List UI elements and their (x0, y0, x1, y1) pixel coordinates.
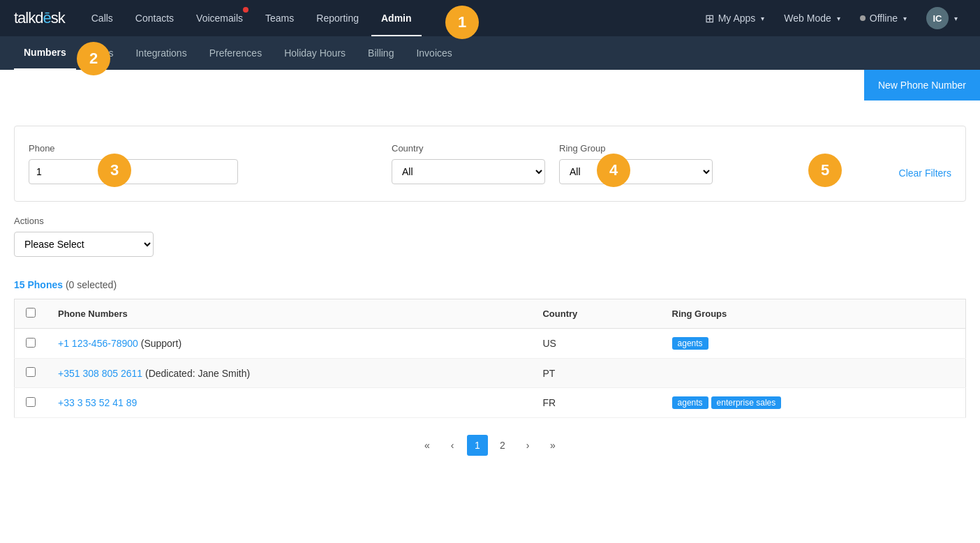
col-phone-numbers: Phone Numbers (47, 299, 531, 329)
badge-5: 5 (808, 154, 842, 187)
sub-nav: Numbers Roles Integrations Preferences H… (0, 36, 980, 70)
chevron-down-icon: ▾ (954, 15, 958, 22)
phone-number-link[interactable]: +351 308 805 2611 (58, 368, 142, 379)
country-filter-group: Country All US PT FR (392, 143, 545, 184)
actions-select[interactable]: Please Select Delete Assign Ring Group (14, 232, 154, 257)
badge-3: 3 (98, 154, 131, 187)
subnav-integrations[interactable]: Integrations (126, 36, 196, 70)
nav-voicemails[interactable]: Voicemails (186, 0, 253, 36)
phone-filter-label: Phone (29, 143, 238, 154)
ring-group-filter-label: Ring Group (559, 143, 713, 154)
nav-avatar[interactable]: IC ▾ (918, 0, 966, 36)
phones-table: Phone Numbers Country Ring Groups +1 123… (14, 299, 966, 418)
subnav-numbers[interactable]: Numbers (14, 36, 76, 70)
pagination-page-2[interactable]: 2 (492, 435, 513, 456)
nav-reporting[interactable]: Reporting (306, 0, 369, 36)
ring-group-badge: agents (672, 337, 708, 350)
logo[interactable]: talkdēsk (14, 9, 65, 27)
phone-count-number: 15 Phones (14, 279, 63, 290)
top-nav: talkdēsk Calls Contacts Voicemails Teams… (0, 0, 980, 36)
ring-group-badge: enterprise sales (711, 396, 782, 409)
badge-2: 2 (77, 42, 110, 75)
ring-group-filter-group: Ring Group All agents enterprise sales (559, 143, 713, 184)
table-body: +1 123-456-78900 (Support)USagents+351 3… (15, 329, 966, 418)
chevron-down-icon: ▾ (761, 15, 764, 22)
chevron-down-icon: ▾ (903, 15, 907, 22)
pagination-first[interactable]: « (417, 435, 438, 456)
nav-my-apps[interactable]: ⊞ My Apps ▾ (697, 0, 773, 36)
col-country: Country (531, 299, 660, 329)
table-row: +351 308 805 2611 (Dedicated: Jane Smith… (15, 359, 966, 388)
voicemail-badge (243, 7, 248, 13)
actions-label: Actions (14, 216, 966, 226)
subnav-invoices[interactable]: Invoices (406, 36, 461, 70)
clear-filters-link[interactable]: Clear Filters (899, 168, 951, 184)
table-row: +1 123-456-78900 (Support)USagents (15, 329, 966, 359)
actions-section: Actions Please Select Delete Assign Ring… (14, 216, 966, 268)
status-dot-icon (860, 15, 866, 21)
nav-offline[interactable]: Offline ▾ (852, 0, 915, 36)
table-header: Phone Numbers Country Ring Groups (15, 299, 966, 329)
ring-groups-cell (661, 359, 966, 388)
pagination-page-1[interactable]: 1 (467, 435, 488, 456)
phone-count: 15 Phones (0 selected) (14, 279, 966, 290)
nav-contacts[interactable]: Contacts (126, 0, 184, 36)
phone-filter-input[interactable] (29, 159, 238, 184)
nav-right: ⊞ My Apps ▾ Web Mode ▾ Offline ▾ IC ▾ (697, 0, 966, 36)
pagination: « ‹ 1 2 › » (14, 435, 966, 470)
table-row: +33 3 53 52 41 89FRagentsenterprise sale… (15, 388, 966, 418)
col-ring-groups: Ring Groups (661, 299, 966, 329)
pagination-next[interactable]: › (517, 435, 538, 456)
subnav-holiday-hours[interactable]: Holiday Hours (274, 36, 355, 70)
phone-count-selected: (0 selected) (66, 279, 117, 290)
ring-group-badge: agents (672, 396, 708, 409)
phone-number-link[interactable]: +1 123-456-78900 (58, 338, 138, 349)
badge-4: 4 (597, 154, 630, 187)
row-checkbox[interactable] (26, 338, 36, 348)
pagination-last[interactable]: » (542, 435, 563, 456)
nav-admin[interactable]: Admin (371, 0, 422, 36)
country-cell: PT (531, 359, 660, 388)
badge-1: 1 (445, 6, 479, 39)
phone-number-link[interactable]: +33 3 53 52 41 89 (58, 397, 137, 408)
country-cell: US (531, 329, 660, 359)
select-all-checkbox[interactable] (26, 308, 36, 318)
ring-group-filter-select[interactable]: All agents enterprise sales (559, 159, 713, 184)
row-checkbox[interactable] (26, 367, 36, 377)
row-checkbox[interactable] (26, 397, 36, 407)
subnav-billing[interactable]: Billing (358, 36, 403, 70)
main-content: New Phone Number Phone Country All US PT… (0, 70, 980, 543)
country-cell: FR (531, 388, 660, 418)
nav-web-mode[interactable]: Web Mode ▾ (775, 0, 848, 36)
country-filter-label: Country (392, 143, 545, 154)
pagination-prev[interactable]: ‹ (442, 435, 463, 456)
country-filter-select[interactable]: All US PT FR (392, 159, 545, 184)
ring-groups-cell: agentsenterprise sales (661, 388, 966, 418)
new-phone-number-button[interactable]: New Phone Number (864, 70, 980, 101)
nav-calls[interactable]: Calls (82, 0, 123, 36)
ring-groups-cell: agents (661, 329, 966, 359)
avatar: IC (926, 7, 949, 29)
subnav-preferences[interactable]: Preferences (200, 36, 272, 70)
grid-icon: ⊞ (705, 12, 714, 25)
nav-teams[interactable]: Teams (255, 0, 304, 36)
phone-filter-group: Phone (29, 143, 238, 184)
chevron-down-icon: ▾ (837, 15, 840, 22)
